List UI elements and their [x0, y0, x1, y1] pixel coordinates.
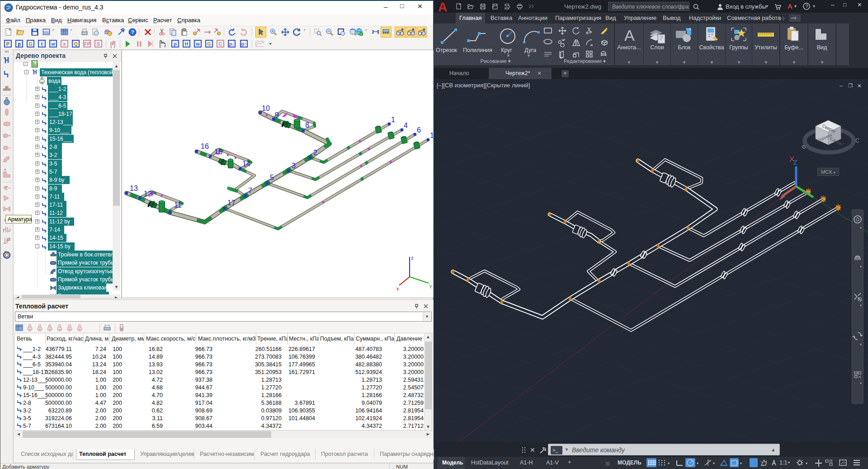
svg-text:Y: Y	[429, 284, 433, 289]
svg-text:11: 11	[174, 201, 182, 209]
svg-text:17: 17	[227, 199, 236, 207]
svg-text:A: A	[438, 0, 447, 13]
svg-text:?: ?	[131, 29, 134, 35]
svg-text:1: 1	[391, 116, 395, 123]
svg-text:15: 15	[214, 148, 222, 156]
svg-text:x: x	[396, 286, 399, 291]
svg-text:?: ?	[806, 4, 808, 9]
svg-text:13: 13	[130, 185, 138, 192]
svg-text:2: 2	[313, 149, 317, 156]
svg-text:10: 10	[262, 104, 270, 112]
svg-text:Z: Z	[793, 159, 797, 166]
svg-text:7: 7	[248, 187, 252, 194]
svg-text:3: 3	[292, 162, 296, 170]
svg-text:С: С	[855, 137, 859, 144]
svg-text:14: 14	[242, 160, 250, 168]
svg-text:z: z	[411, 255, 414, 261]
svg-text:6: 6	[417, 126, 421, 134]
svg-text:16: 16	[201, 142, 209, 150]
svg-text:uP: uP	[6, 7, 10, 10]
svg-text:8: 8	[305, 121, 309, 129]
svg-text:9: 9	[275, 111, 279, 119]
svg-text:4: 4	[404, 122, 408, 129]
svg-text:1: 1	[430, 132, 433, 139]
svg-text:5: 5	[270, 174, 274, 181]
svg-text:А: А	[624, 27, 635, 44]
svg-text:12: 12	[144, 190, 152, 198]
